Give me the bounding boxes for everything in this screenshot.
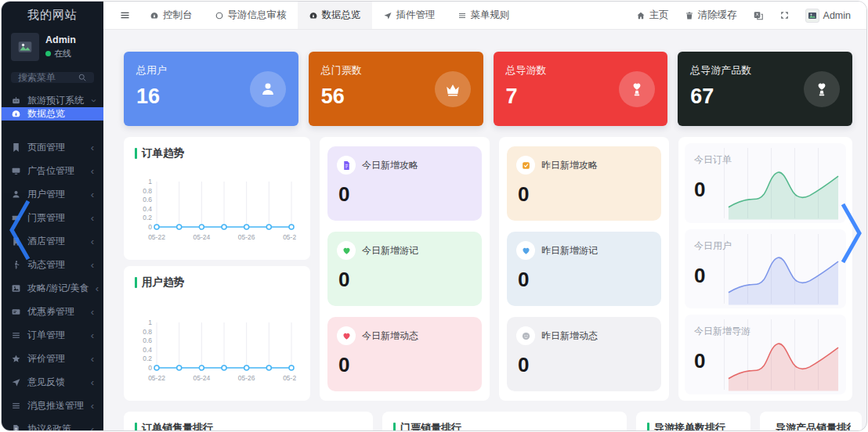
site-title: 我的网站 <box>2 2 103 28</box>
trend-charts-column: 订单趋势 1 0.8 0.6 0.4 0.2 0 <box>124 137 310 401</box>
user-name: Admin <box>45 34 76 45</box>
sidebar-item-label: 酒店管理 <box>27 235 65 248</box>
hamburger-button[interactable] <box>111 2 139 29</box>
order-trend-card: 订单趋势 1 0.8 0.6 0.4 0.2 0 <box>124 137 310 260</box>
card-title: 订单趋势 <box>135 146 299 160</box>
send-icon <box>11 377 21 387</box>
home-label: 主页 <box>649 9 669 22</box>
trash-icon <box>685 11 694 20</box>
user-panel[interactable]: Admin 在线 <box>2 28 103 70</box>
sidebar-item-review-mgmt[interactable]: 评价管理‹ <box>2 347 103 370</box>
online-dot-icon <box>45 51 51 56</box>
sidebar-item-label: 意见反馈 <box>27 376 65 389</box>
stat-card-total-users: 总用户 16 <box>124 52 298 126</box>
home-button[interactable]: 主页 <box>628 2 677 29</box>
gauge-icon <box>150 11 159 20</box>
chevron-left-icon: ‹ <box>91 330 94 340</box>
carousel-prev-chevron-icon[interactable] <box>6 197 33 263</box>
doc-icon <box>11 424 21 432</box>
chevron-left-icon: ‹ <box>91 307 94 317</box>
tile-today-new-moments: 今日新增动态 0 <box>327 317 482 391</box>
sidebar-item-ad-mgmt[interactable]: 广告位管理‹ <box>2 159 103 182</box>
tile-label: 昨日新增攻略 <box>541 159 598 172</box>
user-status: 在线 <box>45 48 76 59</box>
tab-guide-review[interactable]: 导游信息审核 <box>204 2 298 29</box>
svg-text:0.4: 0.4 <box>143 205 152 213</box>
tile-value: 0 <box>338 353 472 377</box>
sidebar-item-data-overview[interactable]: 数据总览 <box>2 107 103 121</box>
circle-icon <box>215 11 224 20</box>
user-menu-label: Admin <box>823 10 851 21</box>
sidebar-item-label: 攻略/游记/美食 <box>27 282 89 295</box>
ranking-card-order-sales: 订单销售量排行 <box>124 412 373 430</box>
check-badge-icon <box>516 156 535 175</box>
chevron-left-icon: ‹ <box>91 401 94 411</box>
spark-card-today-users: 今日用户 0 <box>685 229 846 309</box>
fullscreen-button[interactable] <box>772 2 797 29</box>
sidebar-item-guides-notes-food[interactable]: 攻略/游记/美食‹ <box>2 276 103 300</box>
svg-text:0.2: 0.2 <box>143 214 152 221</box>
sidebar-item-feedback[interactable]: 意见反馈‹ <box>2 370 103 394</box>
tile-value: 0 <box>338 182 472 207</box>
tile-value: 0 <box>338 268 472 292</box>
user-menu[interactable]: Admin <box>797 2 859 29</box>
svg-text:1: 1 <box>148 178 152 185</box>
sidebar-item-coupon-mgmt[interactable]: 优惠券管理‹ <box>2 300 103 323</box>
menu-search-input[interactable] <box>18 72 78 83</box>
language-button[interactable] <box>745 2 772 29</box>
crown-icon <box>435 71 471 107</box>
tile-yesterday-new-travel-notes: 昨日新增游记 0 <box>507 232 661 306</box>
picture-icon <box>808 11 817 20</box>
tab-label: 菜单规则 <box>471 9 510 22</box>
clear-cache-button[interactable]: 清除缓存 <box>677 2 745 29</box>
svg-text:05-26: 05-26 <box>238 233 255 241</box>
tile-label: 今日新增动态 <box>362 329 418 343</box>
yesterday-tiles-column: 昨日新增攻略 0 昨日新增游记 0 昨日新增动态 0 <box>499 137 669 401</box>
tile-today-new-travel-notes: 今日新增游记 0 <box>327 232 482 306</box>
status-label: 在线 <box>54 48 71 59</box>
chart-title: 用户趋势 <box>142 275 184 290</box>
svg-text:0.6: 0.6 <box>143 196 152 203</box>
svg-text:0: 0 <box>148 364 152 372</box>
sidebar-item-label: 旅游预订系统 <box>27 94 84 107</box>
chevron-left-icon: ‹ <box>91 354 94 364</box>
stat-cards-row: 总用户 16 总门票数 56 总导游数 7 总导游产品数 67 <box>124 52 852 126</box>
doc-icon <box>337 156 356 175</box>
flag-icon <box>11 142 21 153</box>
screen-icon <box>11 166 21 176</box>
sidebar-item-label: 数据总览 <box>27 107 65 121</box>
sidebar-item-order-mgmt[interactable]: 订单管理‹ <box>2 323 103 347</box>
tab-plugin-mgmt[interactable]: 插件管理 <box>372 2 447 29</box>
today-tiles-column: 今日新增攻略 0 今日新增游记 0 今日新增动态 0 <box>320 137 490 401</box>
chevron-left-icon: ‹ <box>91 236 94 247</box>
tab-data-overview[interactable]: 数据总览 <box>298 2 372 29</box>
list-icon <box>458 11 467 20</box>
svg-text:05-22: 05-22 <box>148 374 165 382</box>
stat-card-total-guides: 总导游数 7 <box>494 52 668 126</box>
area-sparkline-chart <box>724 244 841 307</box>
svg-text:05-28: 05-28 <box>283 233 296 241</box>
tile-label: 今日新增攻略 <box>362 159 418 172</box>
user-avatar[interactable] <box>11 33 39 61</box>
sidebar-item-push-mgmt[interactable]: 消息推送管理‹ <box>2 394 103 417</box>
sidebar-item-policy[interactable]: 协议&政策‹ <box>2 417 103 431</box>
top-navbar: 控制台 导游信息审核 数据总览 插件管理 菜单规则 主页 清除缓存 Admin <box>103 2 866 30</box>
user-avatar-small <box>805 9 819 23</box>
card-title: 用户趋势 <box>135 275 299 290</box>
tab-menu-rules[interactable]: 菜单规则 <box>447 2 521 29</box>
robot-icon <box>11 95 21 106</box>
menu-search[interactable] <box>11 72 94 83</box>
clear-cache-label: 清除缓存 <box>698 9 737 22</box>
carousel-next-chevron-icon[interactable] <box>838 200 865 266</box>
title-accent-bar <box>135 148 137 159</box>
spark-card-today-new-guides: 今日新增导游 0 <box>685 315 846 394</box>
svg-text:05-22: 05-22 <box>148 233 165 241</box>
tile-value: 0 <box>518 268 652 292</box>
sidebar-item-root[interactable]: 旅游预订系统 ‹ <box>2 94 103 107</box>
tile-value: 0 <box>518 182 652 207</box>
sidebar-item-label: 协议&政策 <box>27 423 71 432</box>
tab-console[interactable]: 控制台 <box>139 2 204 29</box>
sidebar-item-page-mgmt[interactable]: 页面管理‹ <box>2 135 103 159</box>
user-trend-card: 用户趋势 1 0.8 0.6 0.4 0.2 0 <box>124 266 310 401</box>
ranking-card-ticket-sales: 门票销量排行 <box>382 412 627 430</box>
